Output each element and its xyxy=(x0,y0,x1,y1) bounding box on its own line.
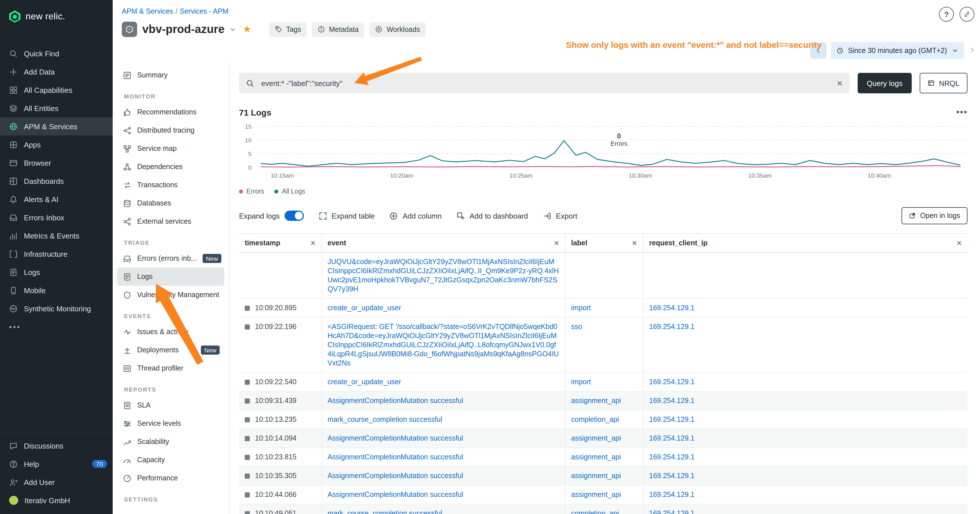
log-query-search-box[interactable]: ✕ xyxy=(239,73,850,93)
breadcrumb-link-services-apm[interactable]: Services - APM xyxy=(180,7,229,15)
column-header-timestamp[interactable]: timestamp xyxy=(245,239,280,247)
sidebar-item-mobile[interactable]: Mobile xyxy=(0,281,113,299)
cell-event-link[interactable]: create_or_update_user xyxy=(328,304,401,312)
expand-logs-toggle[interactable] xyxy=(284,211,304,221)
cell-ip-link[interactable]: 169.254.129.1 xyxy=(649,415,695,423)
clear-query-icon[interactable]: ✕ xyxy=(837,79,843,88)
sidebar-item-browser[interactable]: Browser xyxy=(0,154,113,172)
nav-item-deployments[interactable]: DeploymentsNew xyxy=(117,341,224,359)
query-input[interactable] xyxy=(260,78,831,88)
nav-item-service-levels[interactable]: Service levels xyxy=(117,414,224,433)
table-row[interactable]: 10:10:13.235 mark_course_completion succ… xyxy=(239,410,967,429)
table-row[interactable]: 10:10:44.066 AssignmentCompletionMutatio… xyxy=(239,485,967,504)
cell-ip-link[interactable]: 169.254.129.1 xyxy=(649,304,695,312)
cell-ip-link[interactable]: 169.254.129.1 xyxy=(649,509,695,514)
remove-column-icon[interactable]: ✕ xyxy=(957,239,962,247)
nav-item-logs[interactable]: Logs xyxy=(117,267,224,286)
sidebar-item-infrastructure[interactable]: Infrastructure xyxy=(0,245,113,263)
sidebar-item-all-capabilities[interactable]: All Capabilities xyxy=(0,81,113,99)
row-select-checkbox[interactable] xyxy=(245,492,250,497)
favorite-star-icon[interactable]: ★ xyxy=(243,23,251,35)
workloads-button[interactable]: Workloads xyxy=(370,22,426,37)
cell-event-link[interactable]: AssignmentCompletionMutation successful xyxy=(328,397,463,405)
table-row[interactable]: JUQVU&code=eyJraWQiOiJjcGltY29yZV8wOTl1M… xyxy=(239,253,967,299)
column-header-request-client-ip[interactable]: request_client_ip xyxy=(649,239,708,247)
export-button[interactable]: Export xyxy=(543,212,578,220)
cell-event-link[interactable]: JUQVU&code=eyJraWQiOiJjcGltY29yZV8wOTl1M… xyxy=(328,258,559,293)
tags-button[interactable]: Tags xyxy=(269,22,307,37)
nav-item-external-services[interactable]: External services xyxy=(117,212,224,231)
row-select-checkbox[interactable] xyxy=(245,398,250,403)
sidebar-item-help[interactable]: Help70 xyxy=(0,455,113,473)
nav-item-scalability[interactable]: Scalability xyxy=(117,433,224,451)
nav-item-capacity[interactable]: Capacity xyxy=(117,451,224,469)
cell-label-link[interactable]: assignment_api xyxy=(571,453,621,461)
table-row[interactable]: 10:09:31.439 AssignmentCompletionMutatio… xyxy=(239,391,967,410)
nav-item-thread-profiler[interactable]: Thread profiler xyxy=(117,359,224,377)
expand-table-button[interactable]: Expand table xyxy=(318,212,375,220)
cell-label-link[interactable]: import xyxy=(571,304,591,312)
nav-item-summary[interactable]: Summary xyxy=(117,66,224,84)
cell-ip-link[interactable]: 169.254.129.1 xyxy=(649,397,695,405)
open-in-logs-button[interactable]: Open in logs xyxy=(902,207,967,224)
copy-link-button[interactable] xyxy=(959,7,974,22)
sidebar-item-errors-inbox[interactable]: Errors Inbox xyxy=(0,208,113,226)
remove-column-icon[interactable]: ✕ xyxy=(554,239,559,247)
row-select-checkbox[interactable] xyxy=(245,436,250,441)
sidebar-item-account[interactable]: Iterativ GmbH xyxy=(0,491,113,509)
table-row[interactable]: 10:10:35.305 AssignmentCompletionMutatio… xyxy=(239,466,967,485)
sidebar-item-add-data[interactable]: Add Data xyxy=(0,63,113,81)
cell-ip-link[interactable]: 169.254.129.1 xyxy=(649,434,695,442)
time-picker[interactable]: Since 30 minutes ago (GMT+2) xyxy=(831,42,964,59)
cell-label-link[interactable]: completion_api xyxy=(571,415,619,423)
add-to-dashboard-button[interactable]: Add to dashboard xyxy=(457,212,528,220)
table-row[interactable]: 10:09:20.895 create_or_update_user impor… xyxy=(239,299,967,317)
nav-item-sla[interactable]: SLA xyxy=(117,396,224,414)
cell-ip-link[interactable]: 169.254.129.1 xyxy=(649,453,695,461)
legend-errors[interactable]: Errors xyxy=(239,188,264,195)
remove-column-icon[interactable]: ✕ xyxy=(310,239,315,247)
nav-item-performance[interactable]: Performance xyxy=(117,469,224,487)
remove-column-icon[interactable]: ✕ xyxy=(632,239,637,247)
cell-label-link[interactable]: assignment_api xyxy=(571,434,621,442)
chart-overflow-menu[interactable]: ••• xyxy=(956,107,967,117)
row-select-checkbox[interactable] xyxy=(245,455,250,460)
cell-label-link[interactable]: sso xyxy=(571,323,582,331)
table-row[interactable]: 10:10:14.094 AssignmentCompletionMutatio… xyxy=(239,429,967,448)
breadcrumb-link-apm-services[interactable]: APM & Services xyxy=(122,7,173,15)
cell-event-link[interactable]: AssignmentCompletionMutation successful xyxy=(328,453,463,461)
table-row[interactable]: 10:09:22.196 <ASGIRequest: GET '/sso/cal… xyxy=(239,317,967,372)
row-select-checkbox[interactable] xyxy=(245,379,250,385)
cell-ip-link[interactable]: 169.254.129.1 xyxy=(649,472,695,480)
cell-event-link[interactable]: AssignmentCompletionMutation successful xyxy=(328,472,463,480)
cell-label-link[interactable]: assignment_api xyxy=(571,472,621,480)
sidebar-item-apm-services[interactable]: APM & Services xyxy=(0,117,113,135)
cell-event-link[interactable]: create_or_update_user xyxy=(328,378,401,386)
sidebar-item-synthetic-monitoring[interactable]: Synthetic Monitoring xyxy=(0,299,113,318)
sidebar-item-more[interactable]: ••• xyxy=(0,318,113,336)
table-row[interactable]: 10:10:49.051 mark_course_completion succ… xyxy=(239,504,967,514)
column-header-event[interactable]: event xyxy=(328,239,346,247)
cell-event-link[interactable]: mark_course_completion successful xyxy=(328,509,442,514)
sidebar-item-dashboards[interactable]: Dashboards xyxy=(0,172,113,190)
sidebar-item-logs[interactable]: Logs xyxy=(0,263,113,281)
nav-item-vulnerability-management[interactable]: Vulnerability Management xyxy=(117,286,224,304)
row-select-checkbox[interactable] xyxy=(245,417,250,422)
row-select-checkbox[interactable] xyxy=(245,324,250,329)
help-button[interactable]: ? xyxy=(939,7,954,22)
nav-item-errors-inbox[interactable]: Errors (errors inb...New xyxy=(117,249,224,267)
chevron-down-icon[interactable] xyxy=(230,26,237,33)
nav-item-recommendations[interactable]: Recommendations xyxy=(117,103,224,121)
cell-label-link[interactable]: assignment_api xyxy=(571,397,621,405)
cell-event-link[interactable]: <ASGIRequest: GET '/sso/callback/?state=… xyxy=(328,323,559,367)
add-column-button[interactable]: Add column xyxy=(390,212,442,220)
cell-ip-link[interactable]: 169.254.129.1 xyxy=(649,323,695,331)
nav-item-service-map[interactable]: Service map xyxy=(117,140,224,158)
table-row[interactable]: 10:10:23.815 AssignmentCompletionMutatio… xyxy=(239,448,967,466)
cell-label-link[interactable]: import xyxy=(571,378,591,386)
logs-timeseries-chart[interactable]: 051015 0 Errors 10:15am10:20am10:25am10:… xyxy=(239,124,967,182)
nav-item-distributed-tracing[interactable]: Distributed tracing xyxy=(117,121,224,140)
nav-item-databases[interactable]: Databases xyxy=(117,194,224,212)
row-select-checkbox[interactable] xyxy=(245,473,250,478)
nrql-button[interactable]: NRQL xyxy=(920,73,967,93)
